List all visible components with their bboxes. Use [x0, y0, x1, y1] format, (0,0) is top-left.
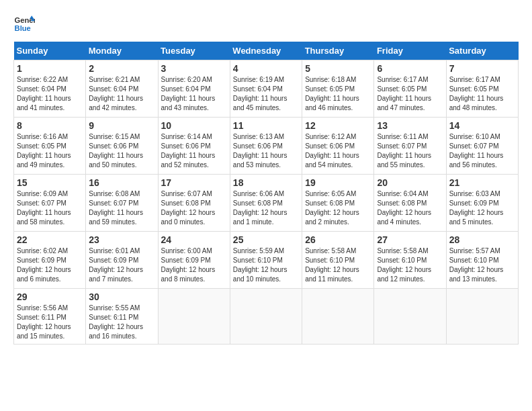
day-info: Sunrise: 6:17 AMSunset: 6:05 PMDaylight:… [449, 75, 515, 113]
day-info: Sunrise: 6:17 AMSunset: 6:05 PMDaylight:… [377, 75, 443, 113]
calendar-cell: 28Sunrise: 5:57 AMSunset: 6:10 PMDayligh… [446, 232, 518, 289]
calendar-cell: 10Sunrise: 6:14 AMSunset: 6:06 PMDayligh… [158, 118, 230, 175]
calendar-cell: 6Sunrise: 6:17 AMSunset: 6:05 PMDaylight… [374, 60, 446, 118]
day-number: 30 [89, 291, 154, 302]
calendar-table: Sunday Monday Tuesday Wednesday Thursday… [13, 42, 519, 345]
day-info: Sunrise: 6:13 AMSunset: 6:06 PMDaylight:… [233, 132, 299, 170]
calendar-cell [302, 289, 374, 345]
day-info: Sunrise: 6:00 AMSunset: 6:09 PMDaylight:… [161, 246, 227, 284]
day-info: Sunrise: 6:02 AMSunset: 6:09 PMDaylight:… [17, 246, 83, 284]
calendar-cell: 8Sunrise: 6:16 AMSunset: 6:05 PMDaylight… [14, 118, 86, 175]
day-info: Sunrise: 6:08 AMSunset: 6:07 PMDaylight:… [89, 189, 154, 227]
calendar-cell: 19Sunrise: 6:05 AMSunset: 6:08 PMDayligh… [302, 175, 374, 232]
day-info: Sunrise: 5:58 AMSunset: 6:10 PMDaylight:… [305, 246, 371, 284]
col-friday: Friday [374, 42, 446, 60]
day-number: 26 [305, 234, 371, 245]
day-info: Sunrise: 5:55 AMSunset: 6:11 PMDaylight:… [89, 304, 154, 341]
calendar-cell: 1Sunrise: 6:22 AMSunset: 6:04 PMDaylight… [14, 60, 86, 118]
day-number: 10 [161, 120, 227, 131]
day-number: 8 [17, 120, 83, 131]
logo: General Blue [13, 13, 35, 35]
day-info: Sunrise: 6:15 AMSunset: 6:06 PMDaylight:… [89, 132, 154, 170]
calendar-cell: 11Sunrise: 6:13 AMSunset: 6:06 PMDayligh… [230, 118, 302, 175]
day-number: 20 [377, 177, 443, 188]
calendar-cell [374, 289, 446, 345]
calendar-cell: 15Sunrise: 6:09 AMSunset: 6:07 PMDayligh… [14, 175, 86, 232]
day-number: 1 [17, 63, 83, 74]
day-number: 7 [449, 63, 515, 74]
day-info: Sunrise: 5:59 AMSunset: 6:10 PMDaylight:… [233, 246, 299, 284]
calendar-week-3: 15Sunrise: 6:09 AMSunset: 6:07 PMDayligh… [14, 175, 519, 232]
calendar-cell: 18Sunrise: 6:06 AMSunset: 6:08 PMDayligh… [230, 175, 302, 232]
day-info: Sunrise: 6:21 AMSunset: 6:04 PMDaylight:… [89, 75, 154, 113]
calendar-cell: 27Sunrise: 5:58 AMSunset: 6:10 PMDayligh… [374, 232, 446, 289]
calendar-cell: 26Sunrise: 5:58 AMSunset: 6:10 PMDayligh… [302, 232, 374, 289]
col-monday: Monday [86, 42, 158, 60]
calendar-cell: 14Sunrise: 6:10 AMSunset: 6:07 PMDayligh… [446, 118, 518, 175]
logo-icon: General Blue [13, 13, 35, 35]
day-number: 21 [449, 177, 515, 188]
svg-text:Blue: Blue [15, 24, 31, 32]
calendar-cell: 22Sunrise: 6:02 AMSunset: 6:09 PMDayligh… [14, 232, 86, 289]
day-number: 28 [449, 234, 515, 245]
day-info: Sunrise: 6:09 AMSunset: 6:07 PMDaylight:… [17, 189, 83, 227]
calendar-week-2: 8Sunrise: 6:16 AMSunset: 6:05 PMDaylight… [14, 118, 519, 175]
calendar-cell: 24Sunrise: 6:00 AMSunset: 6:09 PMDayligh… [158, 232, 230, 289]
day-info: Sunrise: 6:04 AMSunset: 6:08 PMDaylight:… [377, 189, 443, 227]
calendar-cell: 12Sunrise: 6:12 AMSunset: 6:06 PMDayligh… [302, 118, 374, 175]
day-info: Sunrise: 5:58 AMSunset: 6:10 PMDaylight:… [377, 246, 443, 284]
day-info: Sunrise: 6:19 AMSunset: 6:04 PMDaylight:… [233, 75, 299, 113]
calendar-cell: 17Sunrise: 6:07 AMSunset: 6:08 PMDayligh… [158, 175, 230, 232]
day-info: Sunrise: 6:07 AMSunset: 6:08 PMDaylight:… [161, 189, 227, 227]
day-number: 11 [233, 120, 299, 131]
day-number: 2 [89, 63, 154, 74]
day-info: Sunrise: 6:20 AMSunset: 6:04 PMDaylight:… [161, 75, 227, 113]
calendar-week-1: 1Sunrise: 6:22 AMSunset: 6:04 PMDaylight… [14, 60, 519, 118]
day-number: 4 [233, 63, 299, 74]
day-info: Sunrise: 6:06 AMSunset: 6:08 PMDaylight:… [233, 189, 299, 227]
col-tuesday: Tuesday [158, 42, 230, 60]
day-number: 29 [17, 291, 83, 302]
day-info: Sunrise: 6:22 AMSunset: 6:04 PMDaylight:… [17, 75, 83, 113]
day-number: 9 [89, 120, 154, 131]
day-number: 17 [161, 177, 227, 188]
calendar-cell: 29Sunrise: 5:56 AMSunset: 6:11 PMDayligh… [14, 289, 86, 345]
day-number: 12 [305, 120, 371, 131]
col-saturday: Saturday [446, 42, 518, 60]
day-info: Sunrise: 6:18 AMSunset: 6:05 PMDaylight:… [305, 75, 371, 113]
calendar-cell: 2Sunrise: 6:21 AMSunset: 6:04 PMDaylight… [86, 60, 158, 118]
calendar-cell: 23Sunrise: 6:01 AMSunset: 6:09 PMDayligh… [86, 232, 158, 289]
calendar-cell [158, 289, 230, 345]
col-sunday: Sunday [14, 42, 86, 60]
day-number: 15 [17, 177, 83, 188]
calendar-cell: 16Sunrise: 6:08 AMSunset: 6:07 PMDayligh… [86, 175, 158, 232]
page-header: General Blue [13, 13, 519, 35]
day-number: 13 [377, 120, 443, 131]
col-wednesday: Wednesday [230, 42, 302, 60]
calendar-cell: 4Sunrise: 6:19 AMSunset: 6:04 PMDaylight… [230, 60, 302, 118]
day-number: 19 [305, 177, 371, 188]
day-info: Sunrise: 6:10 AMSunset: 6:07 PMDaylight:… [449, 132, 515, 170]
day-number: 14 [449, 120, 515, 131]
day-info: Sunrise: 6:01 AMSunset: 6:09 PMDaylight:… [89, 246, 154, 284]
day-number: 5 [305, 63, 371, 74]
day-number: 16 [89, 177, 154, 188]
calendar-cell: 7Sunrise: 6:17 AMSunset: 6:05 PMDaylight… [446, 60, 518, 118]
day-info: Sunrise: 6:03 AMSunset: 6:09 PMDaylight:… [449, 189, 515, 227]
day-number: 6 [377, 63, 443, 74]
day-number: 3 [161, 63, 227, 74]
calendar-cell: 20Sunrise: 6:04 AMSunset: 6:08 PMDayligh… [374, 175, 446, 232]
calendar-cell: 25Sunrise: 5:59 AMSunset: 6:10 PMDayligh… [230, 232, 302, 289]
day-info: Sunrise: 5:57 AMSunset: 6:10 PMDaylight:… [449, 246, 515, 284]
day-info: Sunrise: 6:05 AMSunset: 6:08 PMDaylight:… [305, 189, 371, 227]
calendar-cell: 9Sunrise: 6:15 AMSunset: 6:06 PMDaylight… [86, 118, 158, 175]
col-thursday: Thursday [302, 42, 374, 60]
day-info: Sunrise: 6:12 AMSunset: 6:06 PMDaylight:… [305, 132, 371, 170]
calendar-cell: 3Sunrise: 6:20 AMSunset: 6:04 PMDaylight… [158, 60, 230, 118]
day-number: 27 [377, 234, 443, 245]
day-number: 22 [17, 234, 83, 245]
calendar-cell: 30Sunrise: 5:55 AMSunset: 6:11 PMDayligh… [86, 289, 158, 345]
day-info: Sunrise: 6:14 AMSunset: 6:06 PMDaylight:… [161, 132, 227, 170]
day-number: 25 [233, 234, 299, 245]
calendar-cell: 21Sunrise: 6:03 AMSunset: 6:09 PMDayligh… [446, 175, 518, 232]
